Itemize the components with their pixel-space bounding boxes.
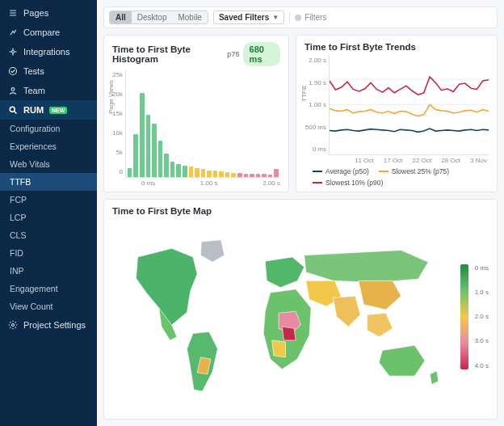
segment-desktop[interactable]: Desktop bbox=[132, 11, 173, 23]
svg-point-3 bbox=[10, 107, 15, 112]
histogram-bar bbox=[207, 171, 212, 178]
filters-button[interactable]: Filters bbox=[295, 13, 326, 22]
sidebar-sub-web-vitals[interactable]: Web Vitals bbox=[0, 155, 97, 173]
trends-title: Time to First Byte Trends bbox=[304, 42, 416, 52]
sidebar-section-rum[interactable]: RUM NEW bbox=[0, 100, 97, 120]
legend-swatch bbox=[313, 182, 322, 183]
histogram-plot: Page Views 25k20k15k10k5k0 0 ms1.00 s2.0… bbox=[112, 70, 280, 187]
sidebar: PagesCompareIntegrationsTestsTeam RUM NE… bbox=[0, 0, 97, 426]
histogram-bar bbox=[274, 169, 279, 177]
sidebar-item-pages[interactable]: Pages bbox=[0, 3, 97, 23]
svg-point-4 bbox=[12, 324, 15, 327]
sidebar-item-compare[interactable]: Compare bbox=[0, 23, 97, 42]
histogram-bar bbox=[170, 162, 175, 177]
main-content: AllDesktopMobile Saved Filters ▼ Filters… bbox=[97, 0, 504, 426]
sidebar-sub-experiences[interactable]: Experiences bbox=[0, 137, 97, 155]
project-settings-label: Project Settings bbox=[23, 320, 86, 330]
trends-y-axis: 2.00 s1.50 s1.00 s500 ms0 ms bbox=[304, 55, 329, 164]
sidebar-item-tests[interactable]: Tests bbox=[0, 61, 97, 81]
saved-filters-dropdown[interactable]: Saved Filters ▼ bbox=[213, 11, 284, 24]
sidebar-sub-engagement[interactable]: Engagement bbox=[0, 280, 97, 297]
sidebar-item-team[interactable]: Team bbox=[0, 81, 97, 100]
histogram-bar bbox=[146, 115, 151, 177]
search-icon bbox=[8, 105, 18, 115]
chevron-down-icon: ▼ bbox=[272, 14, 279, 21]
histogram-bars bbox=[126, 70, 280, 177]
trends-legend: Average (p50)Slowest 25% (p75)Slowest 10… bbox=[304, 164, 489, 187]
charts-row: Time to First Byte Histogram p75 680 ms … bbox=[103, 35, 498, 192]
map-title: Time to First Byte Map bbox=[112, 206, 212, 216]
histogram-bar bbox=[231, 173, 236, 177]
map-card: Time to First Byte Map bbox=[103, 199, 498, 420]
filter-toolbar: AllDesktopMobile Saved Filters ▼ Filters bbox=[103, 6, 498, 28]
legend-item: Slowest 10% (p90) bbox=[313, 179, 383, 187]
trend-line bbox=[330, 105, 489, 116]
trends-y-label: TTFB bbox=[300, 86, 308, 102]
sidebar-sub-ttfb[interactable]: TTFB bbox=[0, 173, 97, 191]
histogram-bar bbox=[244, 174, 249, 177]
histogram-bar bbox=[189, 167, 194, 177]
legend-item: Average (p50) bbox=[313, 167, 369, 175]
sidebar-sub-fid[interactable]: FID bbox=[0, 244, 97, 262]
sidebar-sub-cls[interactable]: CLS bbox=[0, 226, 97, 244]
svg-point-0 bbox=[12, 51, 15, 53]
histogram-bar bbox=[133, 134, 138, 177]
sidebar-item-integrations[interactable]: Integrations bbox=[0, 42, 97, 61]
histogram-card: Time to First Byte Histogram p75 680 ms … bbox=[103, 35, 289, 192]
histogram-bar bbox=[256, 174, 261, 177]
histogram-title: Time to First Byte Histogram bbox=[112, 44, 227, 64]
histogram-bar bbox=[152, 124, 157, 178]
map-gradient-bar bbox=[460, 264, 468, 369]
histogram-bar bbox=[250, 174, 254, 177]
world-map[interactable] bbox=[112, 219, 452, 414]
trends-x-axis: 11 Oct17 Oct22 Oct28 Oct3 Nov bbox=[329, 155, 489, 164]
integrations-icon bbox=[8, 47, 18, 57]
gear-icon bbox=[8, 320, 18, 330]
sidebar-sub-inp[interactable]: INP bbox=[0, 262, 97, 280]
legend-swatch bbox=[379, 171, 388, 172]
segment-all[interactable]: All bbox=[110, 11, 132, 23]
saved-filters-label: Saved Filters bbox=[219, 13, 269, 22]
new-badge: NEW bbox=[49, 107, 67, 114]
histogram-bar bbox=[164, 154, 169, 177]
app-root: PagesCompareIntegrationsTestsTeam RUM NE… bbox=[0, 0, 504, 426]
filters-label: Filters bbox=[304, 13, 326, 22]
sidebar-sub-view-count[interactable]: View Count bbox=[0, 297, 97, 315]
histogram-bar bbox=[225, 172, 230, 177]
sidebar-sub-lcp[interactable]: LCP bbox=[0, 209, 97, 226]
histogram-bar bbox=[268, 175, 273, 177]
histogram-bar bbox=[213, 171, 218, 177]
p75-badge: 680 ms bbox=[243, 42, 280, 66]
map-legend: 0 ms1.0 s2.0 s3.0 s4.0 s bbox=[460, 264, 489, 369]
histogram-bar bbox=[176, 164, 181, 177]
histogram-bar bbox=[219, 171, 224, 177]
trends-plot: TTFB 2.00 s1.50 s1.00 s500 ms0 ms 11 Oct… bbox=[304, 55, 489, 164]
legend-item: Slowest 25% (p75) bbox=[379, 167, 449, 175]
check-icon bbox=[8, 66, 18, 76]
trends-card: Time to First Byte Trends TTFB 2.00 s1.5… bbox=[296, 35, 498, 192]
legend-swatch bbox=[313, 171, 322, 172]
histogram-bar bbox=[183, 166, 187, 177]
histogram-bar bbox=[158, 141, 163, 177]
histogram-bar bbox=[195, 168, 200, 177]
svg-point-2 bbox=[11, 88, 15, 91]
sidebar-sub-fcp[interactable]: FCP bbox=[0, 191, 97, 209]
histogram-bar bbox=[140, 93, 145, 177]
histogram-bar bbox=[262, 174, 267, 177]
histogram-bar bbox=[237, 173, 242, 177]
list-icon bbox=[8, 8, 18, 18]
p75-label: p75 bbox=[227, 50, 240, 58]
histogram-bar bbox=[201, 169, 206, 177]
team-icon bbox=[8, 86, 18, 95]
filter-dot-icon bbox=[295, 15, 301, 21]
histogram-bar bbox=[128, 168, 132, 177]
histogram-y-label: Page Views bbox=[107, 79, 115, 113]
segment-mobile[interactable]: Mobile bbox=[172, 11, 207, 23]
sidebar-rum-label: RUM bbox=[23, 105, 44, 115]
sidebar-sub-configuration[interactable]: Configuration bbox=[0, 120, 97, 137]
sidebar-item-project-settings[interactable]: Project Settings bbox=[0, 315, 97, 335]
compare-icon bbox=[8, 27, 18, 37]
histogram-x-axis: 0 ms1.00 s2.00 s bbox=[125, 178, 280, 187]
device-segment: AllDesktopMobile bbox=[109, 11, 208, 24]
map-legend-labels: 0 ms1.0 s2.0 s3.0 s4.0 s bbox=[475, 264, 489, 369]
